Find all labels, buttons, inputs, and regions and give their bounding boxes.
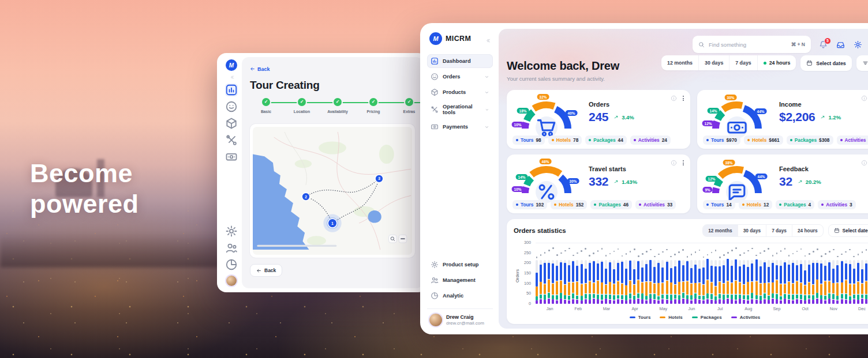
- chart-range-chip-7-days[interactable]: 7 days: [766, 225, 792, 236]
- bar-segment-packages: [800, 295, 802, 299]
- sidebar-item-product-setup[interactable]: Product setup: [427, 258, 493, 272]
- map-pin-3[interactable]: 3: [375, 175, 383, 183]
- sidebar-setup-icon[interactable]: [225, 225, 238, 238]
- bar-column: [784, 243, 786, 304]
- bar-column: [544, 243, 546, 304]
- map-pin-1[interactable]: 1: [328, 218, 337, 228]
- month-label: Dec: [848, 306, 868, 311]
- map-zoom-controls[interactable]: [389, 235, 407, 243]
- bar-column: [836, 243, 839, 304]
- bar-segment-activities: [625, 300, 627, 304]
- bar-segment-hotels: [857, 282, 859, 295]
- bar-segment-tours: [820, 263, 822, 284]
- sidebar-analytic-icon[interactable]: [225, 258, 238, 271]
- bar-column: [760, 243, 762, 304]
- range-chip-30-days[interactable]: 30 days: [699, 55, 729, 70]
- bar-segment-packages: [853, 295, 855, 299]
- sidebar-item-dashboard[interactable]: Dashboard: [427, 54, 493, 68]
- sidebar-item-management[interactable]: Management: [427, 273, 493, 287]
- stepper-step-pricing[interactable]: ✓Pricing: [357, 98, 390, 114]
- bar-segment-tours: [710, 266, 713, 282]
- bar-segment-activities: [637, 299, 639, 304]
- range-chip-12-months[interactable]: 12 months: [661, 55, 699, 70]
- avatar[interactable]: [226, 276, 237, 286]
- tour-mini-sidebar: M: [221, 57, 242, 288]
- stepper-step-location[interactable]: ✓Location: [286, 98, 318, 114]
- select-dates-button[interactable]: Select dates: [800, 55, 851, 71]
- bar-segment-tours: [653, 267, 656, 284]
- sidebar-management-icon[interactable]: [225, 242, 238, 254]
- bar-dot: [731, 250, 733, 251]
- sidebar-item-operational-tools[interactable]: Operational tools: [427, 101, 493, 118]
- range-chip-24-hours[interactable]: 24 hours: [758, 55, 796, 70]
- bar-dot: [817, 248, 818, 250]
- map-canvas[interactable]: 1 2 3: [253, 127, 412, 255]
- route-map[interactable]: 1 2 3: [250, 124, 415, 258]
- chart-range-chip-12-months[interactable]: 12 months: [703, 225, 738, 236]
- bar-segment-tours: [641, 267, 643, 282]
- stepper-step-basic[interactable]: ✓Basic: [250, 98, 282, 114]
- sidebar-item-payments[interactable]: Payments: [427, 120, 493, 134]
- y-tick: 250: [524, 250, 531, 255]
- bar-segment-activities: [617, 299, 619, 304]
- sidebar-dashboard-icon[interactable]: [225, 84, 238, 96]
- back-button[interactable]: Back: [250, 264, 282, 277]
- bar-segment-activities: [853, 299, 855, 304]
- bar-dot: [540, 254, 542, 256]
- back-link[interactable]: Back: [250, 66, 270, 72]
- notifications-button[interactable]: 5: [819, 40, 828, 49]
- sidebar-item-orders[interactable]: Orders: [427, 70, 493, 84]
- bar-segment-tours: [723, 265, 725, 284]
- sidebar-item-analytic[interactable]: Analytic: [427, 289, 493, 303]
- back-button-label: Back: [264, 267, 276, 273]
- bar-segment-hotels: [593, 283, 595, 293]
- bar-segment-hotels: [772, 282, 774, 293]
- collapse-sidebar-icon[interactable]: [229, 72, 234, 78]
- sidebar-products-icon[interactable]: [225, 117, 238, 130]
- bar-segment-hotels: [796, 281, 798, 295]
- bar-dot: [593, 253, 594, 254]
- month-label: Nov: [820, 306, 848, 311]
- map-pin-2[interactable]: 2: [302, 193, 310, 201]
- bar-segment-tours: [629, 261, 631, 281]
- inbox-button[interactable]: [836, 40, 845, 49]
- sidebar-orders-icon[interactable]: [225, 100, 238, 113]
- user-profile[interactable]: Drew Craig drew.cr@mail.com: [427, 308, 493, 327]
- info-icon[interactable]: [671, 160, 677, 166]
- bar-column: [743, 243, 745, 304]
- search-input[interactable]: Find something ⌘ + N: [693, 36, 811, 53]
- gauge-percent-label: 38%: [723, 160, 735, 165]
- bar-segment-packages: [576, 296, 578, 299]
- settings-button[interactable]: [854, 40, 862, 49]
- kebab-menu-icon[interactable]: [682, 95, 684, 101]
- bar-dot: [813, 251, 814, 253]
- bar-dot: [764, 250, 765, 252]
- bar-segment-hotels: [686, 281, 689, 295]
- bar-segment-activities: [540, 299, 542, 304]
- filters-button[interactable]: Filters: [856, 55, 868, 71]
- bar-dot: [800, 248, 802, 250]
- info-icon[interactable]: [671, 95, 677, 101]
- map-scrollbar[interactable]: [257, 245, 336, 247]
- bar-segment-activities: [670, 300, 672, 304]
- bar-segment-packages: [836, 296, 839, 300]
- stepper-step-extras[interactable]: ✓Extras: [393, 98, 423, 114]
- bar-segment-hotels: [585, 284, 587, 293]
- tag-hotels: Hotels12: [739, 200, 773, 209]
- stepper-step-availability[interactable]: ✓Availability: [321, 98, 354, 114]
- info-icon[interactable]: [861, 160, 867, 166]
- brand-logo[interactable]: M: [429, 32, 442, 45]
- collapse-sidebar-icon[interactable]: [484, 36, 491, 42]
- brand-logo[interactable]: M: [226, 59, 237, 71]
- sidebar-tools-icon[interactable]: [225, 134, 238, 146]
- kebab-menu-icon[interactable]: [682, 160, 684, 166]
- chart-select-dates-button[interactable]: Select dates: [828, 224, 868, 237]
- chart-range-chip-30-days[interactable]: 30 days: [738, 225, 766, 236]
- info-icon[interactable]: [861, 95, 867, 101]
- sidebar-payments-icon[interactable]: [225, 150, 238, 163]
- sidebar-item-products[interactable]: Products: [427, 85, 493, 99]
- bar-column: [581, 243, 583, 304]
- chart-range-chip-24-hours[interactable]: 24 hours: [792, 225, 823, 236]
- range-chip-7-days[interactable]: 7 days: [729, 55, 757, 70]
- bar-column: [812, 243, 814, 304]
